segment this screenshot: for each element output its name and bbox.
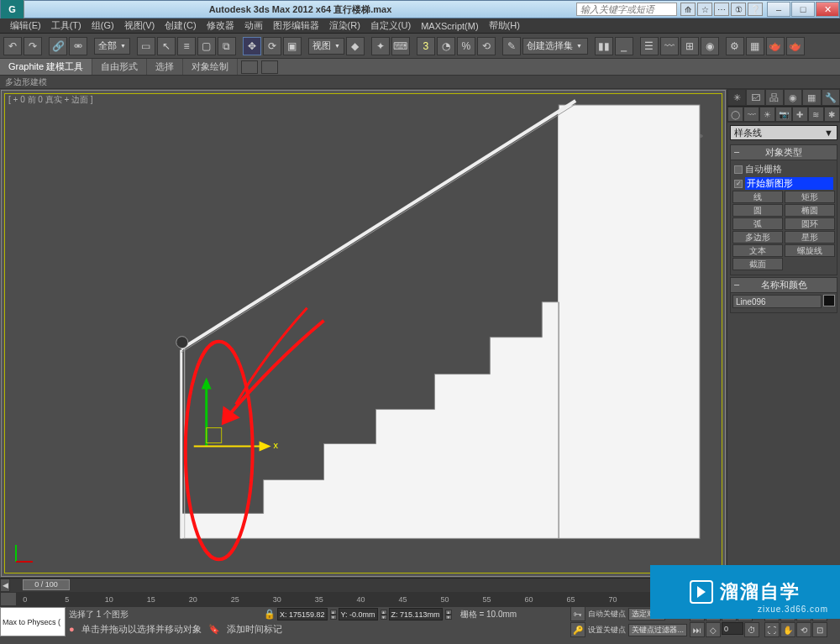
motion-tab[interactable]: ◉ <box>784 89 802 106</box>
geom-subtab[interactable]: ◯ <box>727 107 743 122</box>
create-tab[interactable]: ✳ <box>727 89 746 106</box>
star-button[interactable]: 星形 <box>785 231 835 243</box>
minimize-button[interactable]: – <box>767 2 790 17</box>
rotate-icon[interactable]: ⟳ <box>263 37 281 55</box>
maxscript-mini[interactable]: Max to Physecs ( <box>0 607 66 636</box>
arc-button[interactable]: 弧 <box>732 217 783 230</box>
editset-icon[interactable]: ✎ <box>502 37 521 55</box>
curveed-icon[interactable]: 〰 <box>660 37 679 55</box>
setkey-icon[interactable]: 🔑 <box>570 622 585 637</box>
keysel-icon[interactable]: 🗝 <box>570 606 585 621</box>
listener-icon[interactable]: ● <box>69 624 75 634</box>
line-button[interactable]: 线 <box>732 191 783 203</box>
nav-region-icon[interactable]: ⛶ <box>764 622 780 637</box>
category-dropdown[interactable]: 样条线▼ <box>730 125 837 140</box>
nav-panview-icon[interactable]: ✋ <box>780 622 795 637</box>
modify-tab[interactable]: 🗠 <box>746 89 764 106</box>
unlink-icon[interactable]: ⚮ <box>69 37 87 55</box>
select-name-icon[interactable]: ≡ <box>177 37 196 55</box>
lock-icon[interactable]: 🔒 <box>264 609 276 620</box>
ellipse-button[interactable]: 椭圆 <box>785 204 835 217</box>
newshape-checkbox[interactable]: ✓开始新图形 <box>732 176 835 191</box>
curframe-input[interactable]: 0 <box>722 622 743 635</box>
close-button[interactable]: ✕ <box>816 2 839 17</box>
prevframe-icon[interactable]: ◀ <box>0 579 10 592</box>
menu-customize[interactable]: 自定义(U) <box>365 19 416 32</box>
section-button[interactable]: 截面 <box>732 258 783 270</box>
ribbon-dropdown-icon[interactable] <box>241 60 258 74</box>
spinnersnap-icon[interactable]: ⟲ <box>477 37 496 55</box>
gotoend-icon[interactable]: ⏭ <box>690 622 705 637</box>
color-swatch[interactable] <box>823 295 835 306</box>
menu-maxscript[interactable]: MAXScript(M) <box>416 21 483 31</box>
select-arrow-icon[interactable]: ↖ <box>157 37 176 55</box>
sys-icon[interactable]: ⋯ <box>714 3 729 16</box>
menu-views[interactable]: 视图(V) <box>119 19 160 32</box>
setkey-button[interactable]: 设置关键点 <box>586 625 627 636</box>
menu-grapheditors[interactable]: 图形编辑器 <box>268 19 324 32</box>
menu-help[interactable]: 帮助(H) <box>484 19 525 32</box>
app-logo[interactable]: G <box>1 0 24 18</box>
renderlast-icon[interactable]: 🫖 <box>786 37 805 55</box>
percentsnap-icon[interactable]: % <box>457 37 475 55</box>
matedit-icon[interactable]: ◉ <box>701 37 719 55</box>
time-slider-thumb[interactable]: 0 / 100 <box>23 579 70 590</box>
ribbon-tab-objpaint[interactable]: 对象绘制 <box>183 59 238 75</box>
trackbar-icon[interactable] <box>0 592 17 606</box>
helpers-subtab[interactable]: ✚ <box>792 107 808 122</box>
autokey-button[interactable]: 自动关键点 <box>586 609 627 620</box>
circle-button[interactable]: 圆 <box>732 204 783 217</box>
helix-button[interactable]: 螺旋线 <box>785 244 835 257</box>
cameras-subtab[interactable]: 📷 <box>775 107 791 122</box>
render-icon[interactable]: 🫖 <box>766 37 785 55</box>
ngon-button[interactable]: 多边形 <box>732 231 783 243</box>
ribbon-tab-graphite[interactable]: Graphite 建模工具 <box>0 59 92 75</box>
sys-icon[interactable]: ☆ <box>697 3 712 16</box>
select-region-icon[interactable]: ▢ <box>197 37 216 55</box>
x-coord-input[interactable]: X: 175159.82 <box>277 608 328 620</box>
autogrid-checkbox[interactable]: 自动栅格 <box>732 162 835 176</box>
scale-icon[interactable]: ▣ <box>283 37 302 55</box>
menu-render[interactable]: 渲染(R) <box>324 19 365 32</box>
rollout-objtype[interactable]: 对象类型 <box>730 144 837 160</box>
util-tab[interactable]: 🔧 <box>822 89 840 106</box>
sys-icon[interactable]: ⟰ <box>680 3 696 16</box>
hierarchy-tab[interactable]: 品 <box>765 89 784 106</box>
select-icon[interactable]: ▭ <box>137 37 155 55</box>
menu-tools[interactable]: 工具(T) <box>46 19 87 32</box>
shapes-subtab[interactable]: 〰 <box>743 107 759 122</box>
ribbon-subpanel[interactable]: 多边形建模 <box>0 76 840 89</box>
menu-create[interactable]: 创建(C) <box>160 19 201 32</box>
sys-icon[interactable]: ① <box>731 3 746 16</box>
viewport[interactable]: [ + 0 前 0 真实 + 边面 ] 前 <box>1 90 726 577</box>
timeconfig-icon[interactable]: ⏱ <box>744 622 759 637</box>
keymode-icon[interactable]: ◇ <box>706 622 721 637</box>
text-button[interactable]: 文本 <box>732 244 783 257</box>
rendersetup-icon[interactable]: ⚙ <box>726 37 744 55</box>
y-coord-input[interactable]: Y: -0.0mm <box>339 608 378 620</box>
display-tab[interactable]: ▦ <box>802 89 821 106</box>
spacewarps-subtab[interactable]: ≋ <box>808 107 824 122</box>
sys-icon[interactable]: ❔ <box>748 3 763 16</box>
maximize-button[interactable]: □ <box>791 2 815 17</box>
ribbon-tab-freeform[interactable]: 自由形式 <box>92 59 147 75</box>
selection-scope-dropdown[interactable]: 全部 <box>94 38 130 55</box>
ribbon-min-icon[interactable] <box>261 60 278 74</box>
menu-group[interactable]: 组(G) <box>87 19 119 32</box>
refcoord-dropdown[interactable]: 视图 <box>308 38 344 55</box>
donut-button[interactable]: 圆环 <box>785 217 835 230</box>
window-crossing-icon[interactable]: ⧉ <box>218 37 236 55</box>
mirror-icon[interactable]: ▮▮ <box>595 37 613 55</box>
schematic-icon[interactable]: ⊞ <box>680 37 699 55</box>
object-name-input[interactable]: Line096 <box>732 295 822 308</box>
lights-subtab[interactable]: ☀ <box>759 107 775 122</box>
move-icon[interactable]: ✥ <box>243 37 261 55</box>
nav-maxtoggle-icon[interactable]: ⊡ <box>812 622 827 637</box>
anglesnap-icon[interactable]: ◔ <box>437 37 455 55</box>
manip-icon[interactable]: ✦ <box>371 37 390 55</box>
redo-icon[interactable]: ↷ <box>24 37 42 55</box>
nav-orbit-icon[interactable]: ⟲ <box>796 622 811 637</box>
rect-button[interactable]: 矩形 <box>785 191 835 203</box>
systems-subtab[interactable]: ✱ <box>824 107 840 122</box>
search-input[interactable] <box>576 3 677 16</box>
